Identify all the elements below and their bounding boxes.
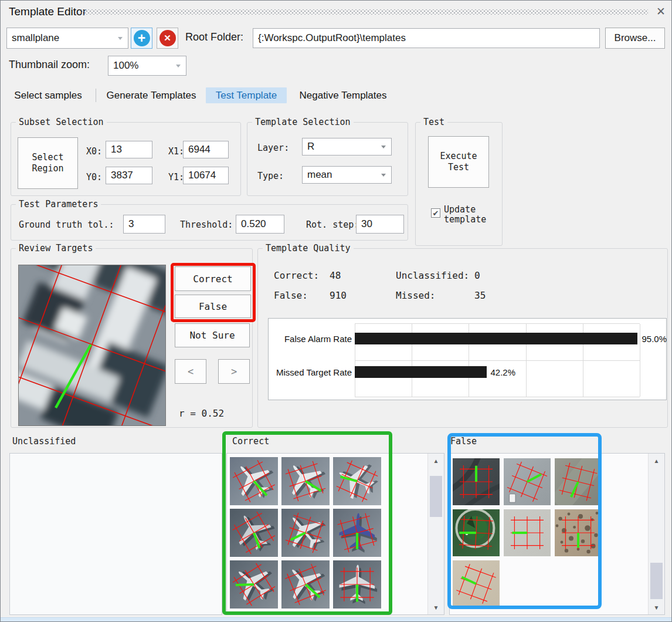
- scroll-down-icon[interactable]: ▼: [649, 600, 664, 614]
- false-list[interactable]: ▲ ▼: [449, 453, 665, 615]
- x1-input[interactable]: [183, 141, 229, 158]
- correct-thumbnail[interactable]: [230, 560, 278, 609]
- correct-scrollbar[interactable]: ▲ ▼: [427, 454, 444, 614]
- correct-scrollbar-thumb[interactable]: [430, 476, 442, 517]
- test-title: Test: [420, 117, 447, 127]
- template-selection-group: Template Selection Layer: R Type: mean: [247, 122, 408, 196]
- not-sure-button[interactable]: Not Sure: [175, 323, 250, 347]
- scroll-up-icon[interactable]: ▲: [428, 454, 444, 468]
- tab-test-template[interactable]: Test Template: [206, 87, 287, 103]
- stat-false-value: 910: [330, 290, 347, 301]
- false-scrollbar[interactable]: ▲ ▼: [648, 454, 664, 614]
- subset-selection-title: Subset Selection: [16, 117, 107, 127]
- y0-input[interactable]: [106, 167, 152, 184]
- chevron-down-icon: [118, 37, 123, 40]
- execute-test-button[interactable]: Execute Test: [428, 136, 489, 188]
- browse-button[interactable]: Browse...: [605, 28, 665, 49]
- thumbnail-zoom-label: Thumbnail zoom:: [9, 59, 90, 71]
- previous-target-button[interactable]: <: [175, 359, 206, 384]
- correct-thumbnail[interactable]: [281, 612, 330, 615]
- x0-label: X0:: [86, 146, 102, 157]
- correct-thumbnail[interactable]: [281, 560, 330, 609]
- false-thumbnail[interactable]: [504, 458, 551, 505]
- thumbnail-zoom-value: 100%: [113, 60, 138, 72]
- root-folder-input[interactable]: [253, 28, 600, 48]
- false-scrollbar-thumb[interactable]: [650, 563, 663, 599]
- false-alarm-rate-value: 95.0%: [642, 334, 667, 344]
- template-selection-title: Template Selection: [252, 117, 354, 127]
- unclassified-list[interactable]: [9, 453, 222, 615]
- false-thumbnail[interactable]: [453, 560, 500, 607]
- thumbnail-zoom-combobox[interactable]: 100%: [108, 56, 186, 76]
- rot-step-label: Rot. step:: [306, 219, 359, 230]
- delete-x-icon: ✕: [159, 30, 176, 46]
- stat-correct-label: Correct:: [274, 270, 319, 281]
- window-title: Template Editor: [9, 5, 86, 18]
- template-quality-group: Template Quality Correct: 48 Unclassifie…: [257, 248, 668, 428]
- type-combobox[interactable]: mean: [302, 166, 392, 184]
- correct-thumbnail[interactable]: [230, 509, 278, 557]
- chevron-down-icon: [176, 65, 181, 67]
- x1-label: X1:: [168, 146, 184, 157]
- correct-thumbnail[interactable]: [333, 457, 381, 505]
- threshold-input[interactable]: [236, 215, 284, 234]
- false-thumbnail[interactable]: [453, 458, 500, 505]
- correct-thumbnail[interactable]: [281, 457, 330, 505]
- correct-thumbnail[interactable]: [281, 509, 330, 557]
- select-region-button[interactable]: Select Region: [18, 137, 78, 189]
- stat-correct-value: 48: [330, 270, 341, 281]
- chart-category-false-alarm: False Alarm Rate: [271, 333, 352, 346]
- y1-label: Y1:: [168, 172, 184, 182]
- false-thumbnail[interactable]: [555, 458, 602, 505]
- scroll-up-icon[interactable]: ▲: [649, 454, 664, 468]
- close-icon[interactable]: ✕: [653, 3, 669, 19]
- stat-false-label: False:: [274, 290, 308, 301]
- delete-template-button[interactable]: ✕: [157, 28, 178, 49]
- review-targets-title: Review Targets: [16, 243, 96, 253]
- template-quality-title: Template Quality: [263, 243, 354, 253]
- tab-select-samples[interactable]: Select samples: [6, 87, 90, 103]
- update-template-label: Update template: [444, 205, 491, 225]
- template-name-value: smallplane: [12, 32, 59, 44]
- next-target-button[interactable]: >: [218, 359, 250, 384]
- type-value: mean: [307, 169, 332, 181]
- missed-target-rate-bar: [355, 366, 487, 378]
- add-template-button[interactable]: +: [131, 28, 152, 49]
- correct-section-label: Correct: [232, 436, 269, 447]
- correct-button[interactable]: Correct: [175, 266, 251, 291]
- tab-negative-templates[interactable]: Negative Templates: [291, 87, 395, 103]
- correct-list[interactable]: ▲ ▼: [226, 453, 444, 615]
- layer-value: R: [307, 141, 314, 153]
- template-name-combobox[interactable]: smallplane: [6, 28, 128, 49]
- test-group: Test Execute Test ✔ Update template: [415, 122, 503, 246]
- scroll-down-icon[interactable]: ▼: [428, 600, 444, 614]
- update-template-checkbox[interactable]: ✔: [431, 208, 440, 218]
- ground-truth-tol-input[interactable]: [123, 215, 165, 234]
- x0-input[interactable]: [106, 141, 152, 158]
- test-parameters-group: Test Parameters Ground truth tol.: Thres…: [11, 204, 408, 241]
- correct-thumbnail[interactable]: [230, 612, 278, 615]
- layer-label: Layer:: [257, 143, 289, 153]
- y1-input[interactable]: [183, 167, 229, 184]
- chevron-down-icon: [381, 174, 386, 177]
- false-thumbnail[interactable]: [453, 509, 500, 556]
- stat-missed-label: Missed:: [396, 290, 435, 301]
- tab-separator: [96, 89, 96, 102]
- false-button[interactable]: False: [175, 295, 251, 318]
- rot-step-input[interactable]: [356, 215, 404, 234]
- correct-thumbnail[interactable]: [333, 612, 381, 615]
- false-thumbnail[interactable]: [555, 509, 602, 556]
- plus-icon: +: [134, 30, 150, 46]
- test-parameters-title: Test Parameters: [16, 199, 101, 209]
- tab-generate-templates[interactable]: Generate Templates: [101, 87, 202, 103]
- chart-category-missed-target: Missed Target Rate: [271, 366, 352, 379]
- false-thumbnail-grid: [453, 458, 602, 607]
- layer-combobox[interactable]: R: [302, 138, 392, 156]
- stat-unclassified-label: Unclassified:: [396, 270, 469, 281]
- correct-thumbnail[interactable]: [230, 457, 278, 505]
- false-thumbnail[interactable]: [504, 509, 551, 556]
- correct-thumbnail[interactable]: [333, 560, 381, 609]
- review-targets-group: Review Targets: [11, 248, 253, 428]
- correct-thumbnail[interactable]: [333, 509, 381, 557]
- titlebar-grip-pattern: [82, 9, 648, 15]
